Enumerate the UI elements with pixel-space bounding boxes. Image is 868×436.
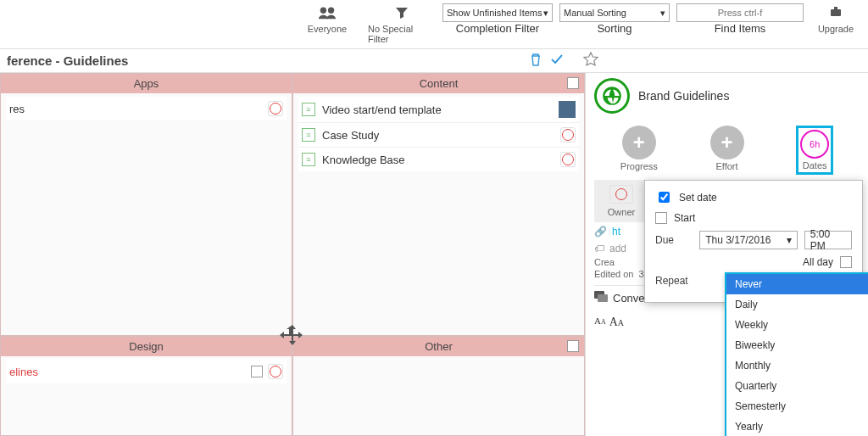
repeat-option[interactable]: Semesterly xyxy=(726,396,868,416)
chat-icon xyxy=(594,291,608,305)
repeat-option[interactable]: Biweekly xyxy=(726,335,868,355)
task-row[interactable]: elines xyxy=(6,360,287,383)
search-label: Find Items xyxy=(715,22,766,35)
move-cross-icon[interactable] xyxy=(280,323,305,349)
chevron-down-icon: ▾ xyxy=(787,234,792,246)
filter-everyone[interactable]: Everyone xyxy=(293,3,361,34)
dates-badge: 6h xyxy=(800,130,829,159)
repeat-option[interactable]: Daily xyxy=(726,294,868,315)
completion-filter-label: Completion Filter xyxy=(456,22,539,35)
search-input[interactable] xyxy=(676,3,804,22)
date-panel: Set date Start Due Thu 3/17/2016 ▾ 5:00 … xyxy=(644,180,863,303)
sorting-select[interactable]: Manual Sorting ▾ xyxy=(559,3,670,22)
completion-filter-select[interactable]: Show Unfinished Items ▾ xyxy=(442,3,553,22)
task-label: elines xyxy=(9,366,38,378)
start-checkbox[interactable] xyxy=(655,212,667,224)
smiley-icon xyxy=(560,127,576,143)
repeat-option[interactable]: Never xyxy=(726,274,868,294)
progress-button[interactable]: + Progress xyxy=(620,126,658,175)
repeat-option[interactable]: Monthly xyxy=(726,355,868,376)
sorting-label: Sorting xyxy=(597,22,632,35)
smiley-icon xyxy=(268,101,283,116)
effort-button[interactable]: + Effort xyxy=(710,126,744,175)
upgrade-button[interactable]: Upgrade xyxy=(810,3,861,34)
globe-icon xyxy=(594,78,630,114)
task-label: Knowledge Base xyxy=(322,154,405,166)
quadrant-design: Design elines xyxy=(0,336,292,436)
font-larger-button[interactable]: AA xyxy=(609,316,624,329)
smiley-icon xyxy=(560,152,576,167)
task-icon xyxy=(302,153,315,166)
trash-icon[interactable] xyxy=(529,52,542,70)
sorting-group: Manual Sorting ▾ Sorting xyxy=(559,3,670,35)
owner-box[interactable]: Owner xyxy=(594,180,648,222)
quadrant-content: Content Video start/end template Case St… xyxy=(292,73,585,336)
task-label: Video start/end template xyxy=(322,103,442,116)
all-day-checkbox[interactable] xyxy=(840,256,852,268)
smiley-icon xyxy=(268,364,283,379)
page-title: ference - Guidelines xyxy=(7,53,128,68)
upgrade-icon xyxy=(829,3,843,22)
smiley-icon xyxy=(609,185,633,204)
tag-icon: 🏷 xyxy=(594,243,604,254)
font-smaller-button[interactable]: AA xyxy=(594,316,606,329)
filter-special[interactable]: No Special Filter xyxy=(368,3,436,44)
detail-title: Brand Guidelines xyxy=(638,89,729,103)
quadrant-other-header: Other xyxy=(293,337,584,356)
star-icon[interactable] xyxy=(583,52,598,70)
repeat-option[interactable]: Yearly xyxy=(726,416,868,436)
task-label: res xyxy=(9,103,25,115)
task-row[interactable]: Video start/end template xyxy=(298,97,579,123)
people-icon xyxy=(318,3,337,22)
upgrade-label: Upgrade xyxy=(818,24,854,34)
svg-rect-5 xyxy=(598,294,608,302)
set-date-checkbox[interactable] xyxy=(659,192,670,203)
svg-rect-2 xyxy=(831,9,841,16)
filter-special-label: No Special Filter xyxy=(368,24,436,44)
filter-everyone-label: Everyone xyxy=(308,24,347,34)
link-icon: 🔗 xyxy=(594,226,607,238)
task-label: Case Study xyxy=(322,129,379,142)
task-row[interactable]: Case Study xyxy=(298,123,579,148)
task-icon xyxy=(302,128,315,142)
quadrant-apps: Apps res xyxy=(0,73,292,336)
quadrant-apps-header: Apps xyxy=(1,74,292,93)
quadrant-design-header: Design xyxy=(1,337,292,356)
repeat-option[interactable]: Weekly xyxy=(726,315,868,335)
svg-point-0 xyxy=(320,8,326,14)
task-row[interactable]: res xyxy=(6,97,287,120)
quadrant-checkbox[interactable] xyxy=(567,340,579,352)
completion-filter-group: Show Unfinished Items ▾ Completion Filte… xyxy=(442,3,553,35)
chevron-down-icon: ▾ xyxy=(660,8,665,19)
avatar xyxy=(559,101,576,118)
task-checkbox[interactable] xyxy=(251,366,263,377)
quadrant-content-header: Content xyxy=(293,74,584,93)
search-group: Find Items xyxy=(676,3,804,35)
due-time-input[interactable]: 5:00 PM xyxy=(804,231,852,249)
repeat-dropdown: Never Daily Weekly Biweekly Monthly Quar… xyxy=(725,272,868,436)
task-row[interactable]: Knowledge Base xyxy=(298,148,579,171)
svg-point-1 xyxy=(328,8,334,14)
repeat-option[interactable]: Quarterly xyxy=(726,376,868,396)
quadrant-checkbox[interactable] xyxy=(567,77,579,89)
chevron-down-icon: ▾ xyxy=(543,8,548,19)
due-date-input[interactable]: Thu 3/17/2016 ▾ xyxy=(699,231,798,249)
task-icon xyxy=(302,103,315,116)
dates-button[interactable]: 6h Dates xyxy=(796,126,833,175)
quadrant-other: Other xyxy=(292,336,585,436)
funnel-icon xyxy=(395,3,409,22)
svg-rect-3 xyxy=(834,7,837,9)
complete-icon[interactable] xyxy=(549,52,565,70)
